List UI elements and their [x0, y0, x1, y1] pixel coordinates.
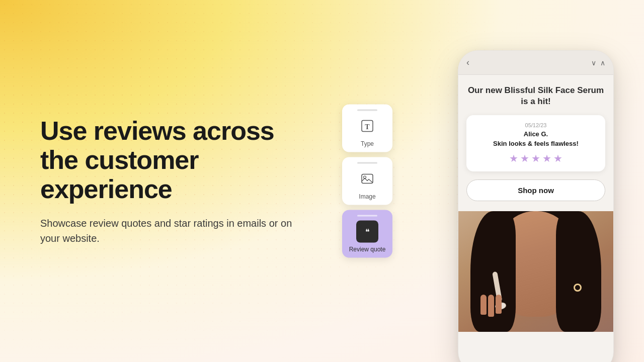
review-date: 05/12/23	[474, 122, 597, 128]
review-card: 05/12/23 Alice G. Skin looks & feels fla…	[466, 115, 605, 171]
review-quote-icon: ❝	[356, 221, 378, 243]
review-quote-label: Review quote	[349, 246, 386, 253]
phone-nav-up[interactable]: ∧	[600, 59, 605, 67]
image-label: Image	[359, 193, 375, 200]
main-content: Use reviews across the customer experien…	[0, 0, 644, 362]
star-4: ★	[542, 152, 551, 164]
left-section: Use reviews across the customer experien…	[40, 116, 312, 246]
tool-card-review-quote[interactable]: ❝ Review quote	[342, 210, 392, 258]
product-title: Our new Blissful Silk Face Serum is a hi…	[466, 85, 605, 107]
type-label: Type	[361, 140, 374, 147]
tool-card-line	[357, 110, 377, 111]
star-rating: ★ ★ ★ ★ ★	[474, 152, 597, 164]
review-author: Alice G.	[474, 130, 597, 138]
phone-content: Our new Blissful Silk Face Serum is a hi…	[458, 75, 613, 211]
image-icon	[356, 168, 378, 190]
star-2: ★	[520, 152, 529, 164]
right-mockup: T Type Image	[342, 40, 604, 322]
type-icon: T	[356, 115, 378, 137]
svg-rect-2	[362, 174, 373, 184]
phone-topbar: ‹ ∨ ∧	[458, 51, 613, 75]
star-3: ★	[531, 152, 540, 164]
svg-text:T: T	[365, 123, 370, 131]
svg-text:❝: ❝	[365, 228, 370, 236]
shop-now-button[interactable]: Shop now	[466, 179, 605, 201]
phone-nav-back[interactable]: ‹	[466, 57, 469, 68]
phone-nav-arrows: ∨ ∧	[591, 59, 605, 67]
tool-card-line	[357, 215, 377, 217]
tool-card-type[interactable]: T Type	[342, 105, 392, 152]
star-1: ★	[509, 152, 518, 164]
tool-card-line	[357, 162, 377, 164]
phone-nav-down[interactable]: ∨	[591, 59, 596, 67]
tool-card-image[interactable]: Image	[342, 157, 392, 205]
sub-heading: Showcase review quotes and star ratings …	[40, 216, 312, 246]
main-heading: Use reviews across the customer experien…	[40, 116, 312, 204]
review-text: Skin looks & feels flawless!	[474, 140, 597, 147]
star-5: ★	[553, 152, 562, 164]
phone-image-area	[458, 211, 613, 332]
tool-cards-panel: T Type Image	[342, 105, 392, 258]
phone-mockup: ‹ ∨ ∧ Our new Blissful Silk Face Serum i…	[458, 50, 614, 362]
